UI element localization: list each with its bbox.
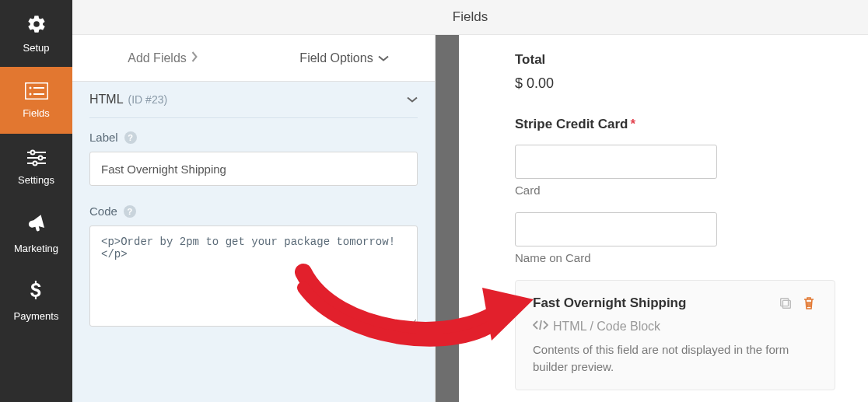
html-block-desc: Contents of this field are not displayed… xyxy=(533,341,817,376)
chevron-right-icon xyxy=(191,51,198,65)
help-icon[interactable]: ? xyxy=(124,131,137,144)
name-on-card-input[interactable] xyxy=(515,212,717,246)
code-textarea[interactable] xyxy=(89,225,418,327)
tab-field-options[interactable]: Field Options xyxy=(254,35,435,81)
svg-rect-12 xyxy=(781,299,789,306)
delete-button[interactable] xyxy=(800,295,817,312)
sidebar-item-label: Fields xyxy=(23,107,50,119)
field-header-left: HTML (ID #23) xyxy=(89,93,167,107)
label-input[interactable] xyxy=(89,152,418,186)
sidebar-item-label: Marketing xyxy=(14,243,58,254)
sidebar-item-fields[interactable]: Fields xyxy=(0,67,72,134)
form-icon xyxy=(25,82,48,103)
html-block[interactable]: Fast Overnight Shipping HTML / Code Bloc… xyxy=(515,280,835,390)
main: Add Fields Field Options HTML (ID #23) xyxy=(72,35,868,402)
stripe-label: Stripe Credit Card* xyxy=(515,117,835,132)
svg-point-8 xyxy=(38,156,42,159)
sidebar-item-label: Setup xyxy=(23,42,50,54)
help-icon[interactable]: ? xyxy=(124,205,136,218)
bullhorn-icon xyxy=(26,215,47,238)
svg-point-6 xyxy=(30,150,34,154)
html-block-title: Fast Overnight Shipping xyxy=(533,295,686,311)
svg-rect-0 xyxy=(25,82,47,99)
label-heading: Label xyxy=(89,131,118,144)
sidebar-item-marketing[interactable]: Marketing xyxy=(0,201,72,267)
field-type-label: HTML xyxy=(89,93,124,107)
divider-bar xyxy=(436,35,459,402)
code-group: Code ? xyxy=(72,192,435,336)
page-title: Fields xyxy=(453,9,488,25)
label-heading-row: Label ? xyxy=(89,131,418,144)
code-icon xyxy=(533,320,548,334)
sidebar-item-payments[interactable]: Payments xyxy=(0,267,72,334)
svg-rect-11 xyxy=(782,300,790,308)
code-heading-row: Code ? xyxy=(89,204,418,218)
field-options-body: HTML (ID #23) Label ? Code ? xyxy=(72,82,435,402)
svg-point-3 xyxy=(29,93,31,95)
sidebar-item-label: Settings xyxy=(18,174,54,186)
svg-rect-2 xyxy=(33,87,44,89)
sidebar-item-setup[interactable]: Setup xyxy=(0,0,72,67)
preview-pane: Total $ 0.00 Stripe Credit Card* Card Na… xyxy=(459,35,868,402)
sidebar: Setup Fields Settings Marketing Payments xyxy=(0,0,72,402)
code-heading: Code xyxy=(89,204,117,218)
total-value: $ 0.00 xyxy=(515,75,835,92)
tab-add-fields[interactable]: Add Fields xyxy=(72,35,254,81)
field-id-label: (ID #23) xyxy=(128,93,168,106)
sidebar-item-label: Payments xyxy=(14,310,59,322)
stripe-label-text: Stripe Credit Card xyxy=(515,117,628,131)
tabs: Add Fields Field Options xyxy=(72,35,435,82)
field-header[interactable]: HTML (ID #23) xyxy=(72,82,435,117)
html-block-subtype: HTML / Code Block xyxy=(533,320,817,334)
header: Fields xyxy=(72,0,868,35)
duplicate-button[interactable] xyxy=(777,295,794,312)
left-panel: Add Fields Field Options HTML (ID #23) xyxy=(72,35,436,402)
sliders-icon xyxy=(26,149,47,170)
name-sublabel: Name on Card xyxy=(515,251,835,264)
svg-rect-4 xyxy=(33,93,44,95)
svg-point-1 xyxy=(29,86,31,89)
gear-icon xyxy=(26,14,47,37)
tab-label: Field Options xyxy=(299,51,373,65)
html-block-subtype-label: HTML / Code Block xyxy=(553,320,660,334)
sidebar-item-settings[interactable]: Settings xyxy=(0,134,72,201)
svg-point-10 xyxy=(33,161,37,165)
total-label: Total xyxy=(515,52,835,68)
dollar-icon xyxy=(29,281,44,306)
required-asterisk: * xyxy=(630,117,635,131)
card-input[interactable] xyxy=(515,145,717,179)
card-sublabel: Card xyxy=(515,184,835,197)
tab-label: Add Fields xyxy=(128,51,187,65)
chevron-down-icon xyxy=(378,51,389,65)
label-group: Label ? xyxy=(72,118,435,192)
chevron-down-icon xyxy=(407,93,418,107)
